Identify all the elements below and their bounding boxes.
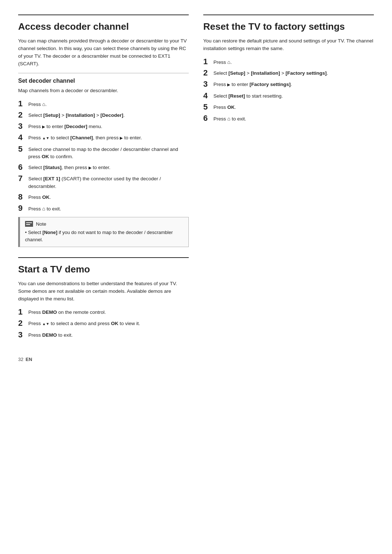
step-8-num: 8	[18, 192, 28, 201]
home-icon-r1	[227, 59, 230, 65]
step-2: 2 Select [Setup] > [Installation] > [Dec…	[18, 110, 189, 119]
step-3-content: Press to enter [Decoder] menu.	[28, 122, 189, 130]
sub-section-title: Set decoder channel	[18, 78, 189, 84]
footer-page: 32	[18, 357, 23, 362]
reset-step-4: 4 Select [Reset] to start resetting.	[203, 91, 374, 100]
section1-intro: You can map channels provided through a …	[18, 37, 189, 68]
right-column: Reset the TV to factory settings You can…	[203, 15, 374, 344]
step-4-num: 4	[18, 133, 28, 142]
reset-step-5: 5 Press OK.	[203, 102, 374, 111]
play-icon-3	[42, 124, 45, 129]
reset-step-5-content: Press OK.	[213, 102, 374, 111]
play-icon-4	[120, 135, 123, 140]
step-6: 6 Select [Status], then press to enter.	[18, 163, 189, 172]
step-1-content: Press .	[28, 99, 189, 108]
step-1: 1 Press .	[18, 99, 189, 108]
sub-section-subtitle: Map channels from a decoder or descrambl…	[18, 87, 189, 95]
right-section-title: Reset the TV to factory settings	[203, 21, 374, 32]
sub-divider	[18, 73, 189, 73]
step-4: 4 Press to select [Channel], then press …	[18, 133, 189, 142]
reset-step-2-content: Select [Setup] > [Installation] > [Facto…	[213, 68, 374, 77]
step-7-num: 7	[18, 174, 28, 183]
note-body: • Select [None] if you do not want to ma…	[25, 229, 183, 243]
step-5-num: 5	[18, 144, 28, 153]
reset-step-3-num: 3	[203, 79, 213, 89]
demo-step-2-content: Press to select a demo and press OK to v…	[28, 319, 189, 327]
reset-step-6-content: Press to exit.	[213, 114, 374, 123]
home-icon-r6	[227, 116, 230, 122]
demo-step-3: 3 Press DEMO to exit.	[18, 330, 189, 339]
footer-lang: EN	[25, 357, 32, 362]
section2-title: Start a TV demo	[18, 264, 189, 275]
right-section-intro: You can restore the default picture and …	[203, 37, 374, 53]
demo-step-3-num: 3	[18, 330, 28, 339]
reset-step-1-num: 1	[203, 57, 213, 66]
play-icon-6	[89, 165, 91, 170]
reset-step-1: 1 Press .	[203, 57, 374, 66]
reset-step-5-num: 5	[203, 102, 213, 111]
step-9-num: 9	[18, 204, 28, 213]
factory-reset-steps-list: 1 Press . 2 Select [Setup] > [Installati…	[203, 57, 374, 123]
note-header: Note	[25, 221, 183, 227]
step-7-content: Select [EXT 1] (SCART) the connector use…	[28, 174, 189, 190]
step-9-content: Press to exit.	[28, 204, 189, 213]
home-icon-9	[42, 206, 45, 212]
reset-step-4-num: 4	[203, 91, 213, 100]
left-column: Access decoder channel You can map chann…	[18, 15, 189, 344]
reset-step-6: 6 Press to exit.	[203, 114, 374, 123]
home-icon-1	[42, 102, 45, 107]
step-5: 5 Select one channel to map to the decod…	[18, 144, 189, 161]
step-8-content: Press OK.	[28, 192, 189, 201]
demo-step-1-content: Press DEMO on the remote control.	[28, 307, 189, 316]
play-icon-r3	[227, 82, 230, 87]
step-9: 9 Press to exit.	[18, 204, 189, 213]
step-1-num: 1	[18, 99, 28, 108]
reset-step-2-num: 2	[203, 68, 213, 77]
footer: 32 EN	[18, 357, 374, 362]
demo-step-1-num: 1	[18, 307, 28, 316]
step-5-content: Select one channel to map to the decoder…	[28, 144, 189, 161]
step-6-content: Select [Status], then press to enter.	[28, 163, 189, 171]
reset-step-2: 2 Select [Setup] > [Installation] > [Fac…	[203, 68, 374, 77]
step-4-content: Press to select [Channel], then press to…	[28, 133, 189, 141]
step-2-num: 2	[18, 110, 28, 119]
demo-step-2-num: 2	[18, 319, 28, 328]
reset-step-3-content: Press to enter [Factory settings].	[213, 79, 374, 88]
updown-icon-demo2	[42, 321, 49, 326]
demo-step-3-content: Press DEMO to exit.	[28, 330, 189, 339]
step-3: 3 Press to enter [Decoder] menu.	[18, 122, 189, 131]
section2-intro: You can use demonstrations to better und…	[18, 280, 189, 303]
reset-step-1-content: Press .	[213, 57, 374, 66]
right-section-divider	[203, 15, 374, 15]
step-8: 8 Press OK.	[18, 192, 189, 201]
updown-icon-4	[42, 135, 49, 140]
section2: Start a TV demo You can use demonstratio…	[18, 257, 189, 339]
demo-step-2: 2 Press to select a demo and press OK to…	[18, 319, 189, 328]
demo-step-1: 1 Press DEMO on the remote control.	[18, 307, 189, 316]
reset-step-6-num: 6	[203, 114, 213, 123]
step-3-num: 3	[18, 122, 28, 131]
note-icon	[25, 221, 33, 227]
note-box: Note • Select [None] if you do not want …	[18, 217, 189, 247]
section1-divider	[18, 15, 189, 15]
step-2-content: Select [Setup] > [Installation] > [Decod…	[28, 110, 189, 119]
note-label: Note	[36, 221, 46, 227]
demo-steps-list: 1 Press DEMO on the remote control. 2 Pr…	[18, 307, 189, 339]
reset-step-3: 3 Press to enter [Factory settings].	[203, 79, 374, 89]
step-7: 7 Select [EXT 1] (SCART) the connector u…	[18, 174, 189, 190]
section2-divider	[18, 257, 189, 258]
decoder-steps-list: 1 Press . 2 Select [Setup] > [Installati…	[18, 99, 189, 213]
reset-step-4-content: Select [Reset] to start resetting.	[213, 91, 374, 100]
section1-title: Access decoder channel	[18, 21, 189, 32]
step-6-num: 6	[18, 163, 28, 172]
